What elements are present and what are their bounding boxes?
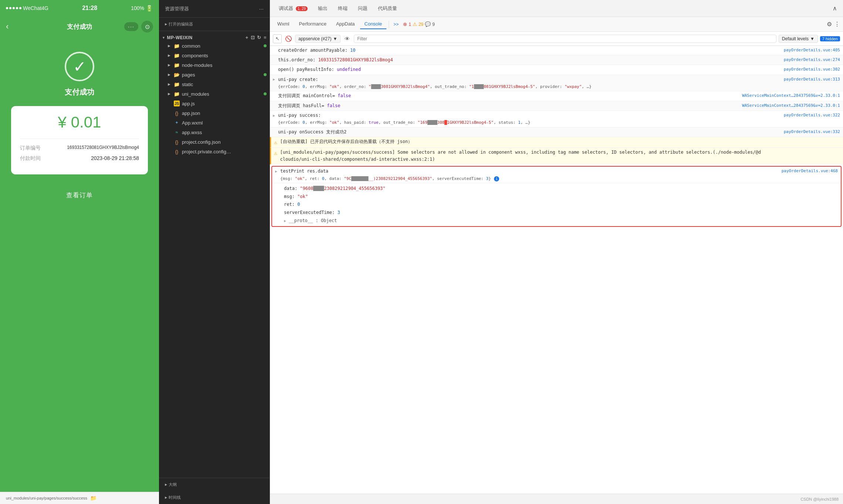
console-row-source[interactable]: payOrderDetails.vue:313	[766, 76, 840, 83]
nav-dots-button[interactable]: ···	[124, 22, 138, 31]
outline-label: 大纲	[169, 482, 177, 487]
section-triangle: ▼	[162, 36, 165, 40]
settings-icon[interactable]: ⚙	[827, 21, 832, 28]
pointer-button[interactable]: ↖	[273, 34, 282, 43]
pay-time-value: 2023-08-29 21:28:58	[50, 155, 139, 162]
log-count: 9	[432, 22, 435, 27]
console-row-warn: ⚠ [uni_modules/uni-pay/pages/success/suc…	[270, 148, 843, 164]
file-tree: ▼ MP-WEIXIN + ⊡ ↻ ≡ ▶ 📁 common ▶	[159, 31, 270, 478]
highlight-block: ▶ testPrint res.data {msg: "ok", ret: 0,…	[271, 166, 842, 227]
context-selector[interactable]: appservice (#27) ▼	[295, 35, 341, 43]
level-dropdown-icon: ▼	[810, 36, 815, 41]
outline-triangle: ▶	[165, 483, 167, 486]
tab-output-label: 输出	[318, 6, 328, 11]
tree-item-uni-modules[interactable]: ▶ 📁 uni_modules	[159, 89, 270, 99]
subtab-wxml-label: Wxml	[277, 21, 290, 27]
error-count: 1	[409, 22, 411, 27]
console-row-source[interactable]: WAServiceMainContext…28437569&v=2.33.0:1	[742, 92, 840, 99]
filter-input[interactable]	[354, 35, 776, 43]
mp-weixin-header[interactable]: ▼ MP-WEIXIN + ⊡ ↻ ≡	[159, 34, 270, 41]
tree-item-app-wxml[interactable]: ✦ App.wxml	[159, 118, 270, 127]
carrier-text: WeChat4G	[23, 5, 48, 11]
console-row-source[interactable]: payOrderDetails.vue:274	[766, 57, 840, 63]
item-label: node-modules	[182, 62, 267, 68]
expand-icon[interactable]: ▶	[273, 113, 275, 119]
error-warn-counts: ⊗ 1 ⚠ 29 💬 9	[403, 21, 435, 27]
block-icon: 🚫	[285, 35, 292, 42]
collapse-icon[interactable]: ≡	[264, 35, 267, 40]
success-icon-area: ✓ 支付成功	[65, 52, 94, 97]
block-button[interactable]: 🚫	[284, 34, 293, 43]
console-row-content: testPrint res.data {msg: "ok", ret: 0, d…	[280, 168, 761, 182]
tab-code-quality[interactable]: 代码质量	[373, 3, 402, 14]
nav-camera-button[interactable]: ⊙	[141, 21, 153, 33]
refresh-icon[interactable]: ↻	[257, 35, 261, 40]
tree-item-static[interactable]: ▶ 📁 static	[159, 79, 270, 89]
subtab-console[interactable]: Console	[360, 19, 387, 29]
console-row-source[interactable]: payOrderDetails.vue:468	[764, 168, 838, 174]
console-row-source[interactable]: WAServiceMainContext…28437569&v=2.33.0:1	[742, 102, 840, 109]
tree-item-project-config[interactable]: {} project.config.json	[159, 137, 270, 147]
wechat-statusbar: WeChat4G 21:28 100% 🔋	[0, 0, 159, 16]
tree-item-app-json[interactable]: {} app.json	[159, 108, 270, 118]
signal-dot	[13, 7, 15, 9]
console-row-source[interactable]: payOrderDetails.vue:322	[766, 112, 840, 119]
tab-debugger-label: 调试器	[279, 6, 293, 11]
more-options-icon[interactable]: ⋮	[834, 21, 840, 28]
tree-item-pages[interactable]: ▶ 📂 pages	[159, 70, 270, 79]
timeline-triangle: ▶	[165, 496, 167, 499]
tab-output[interactable]: 输出	[314, 3, 332, 14]
tab-debugger[interactable]: 调试器 1, 29	[274, 3, 312, 14]
log-text: createOrder amountPayable: 10	[278, 48, 356, 53]
console-output[interactable]: ▶ createOrder amountPayable: 10 payOrder…	[270, 46, 843, 494]
subtab-appdata-label: AppData	[336, 21, 355, 27]
tree-item-components[interactable]: ▶ 📁 components	[159, 51, 270, 60]
item-label: pages	[182, 72, 261, 78]
pay-time-label: 付款时间	[20, 155, 50, 162]
tree-item-project-private[interactable]: {} project.private.config…	[159, 147, 270, 156]
view-order-button[interactable]: 查看订单	[11, 185, 148, 205]
timeline-title[interactable]: ▶ 时间线	[159, 493, 270, 502]
item-dot	[264, 92, 267, 95]
console-row-source[interactable]: payOrderDetails.vue:302	[766, 66, 840, 73]
subtab-wxml[interactable]: Wxml	[273, 19, 294, 29]
detail-row-proto: ▶ __proto__ : Object	[284, 217, 829, 225]
tab-terminal[interactable]: 终端	[334, 3, 352, 14]
subtab-performance[interactable]: Performance	[295, 19, 331, 29]
level-selector[interactable]: Default levels ▼	[779, 35, 818, 43]
outline-title[interactable]: ▶ 大纲	[159, 480, 270, 489]
context-dropdown-icon: ▼	[333, 36, 337, 41]
eye-button[interactable]: 👁	[343, 34, 352, 43]
carrier-label: WeChat4G	[6, 5, 48, 11]
explorer-more-icon[interactable]: ···	[259, 6, 264, 12]
console-row-source[interactable]: payOrderDetails.vue:332	[766, 129, 840, 135]
js-file-icon: JS	[174, 101, 180, 106]
pointer-icon: ↖	[275, 36, 280, 41]
log-text: uni-pay success:	[278, 113, 321, 118]
tree-item-app-wxss[interactable]: ≈ app.wxss	[159, 127, 270, 137]
expand-icon[interactable]: ▶	[275, 168, 277, 174]
collapse-panel-button[interactable]: ∧	[831, 3, 839, 13]
console-row: ▶ 支付回调页 hasFull= false WAServiceMainCont…	[270, 101, 843, 111]
nav-title: 支付成功	[67, 23, 92, 31]
tree-item-node-modules[interactable]: ▶ 📁 node-modules	[159, 60, 270, 70]
expand-icon[interactable]: ▶	[273, 76, 275, 82]
add-file-icon[interactable]: +	[246, 35, 248, 40]
back-button[interactable]: ‹	[6, 22, 9, 31]
bottom-path-text: uni_modules/uni-pay/pages/success/succes…	[6, 496, 87, 500]
tree-item-common[interactable]: ▶ 📁 common	[159, 41, 270, 51]
bottom-path-icon: 📁	[90, 495, 97, 501]
warn-icon: ⚠	[274, 149, 277, 157]
tab-terminal-label: 终端	[338, 6, 348, 11]
proto-triangle[interactable]: ▶	[284, 219, 286, 223]
item-triangle: ▶	[168, 63, 172, 67]
open-editors-title[interactable]: ▶ 打开的编辑器	[159, 20, 270, 28]
tree-item-app-js[interactable]: JS app.js	[159, 99, 270, 108]
console-row-source[interactable]: payOrderDetails.vue:405	[766, 47, 840, 54]
add-folder-icon[interactable]: ⊡	[251, 35, 255, 40]
tab-problems[interactable]: 问题	[353, 3, 372, 14]
folder-icon: 📁	[174, 91, 180, 97]
subtab-appdata[interactable]: AppData	[332, 19, 359, 29]
subtab-more[interactable]: >>	[391, 22, 401, 27]
item-label: common	[182, 43, 261, 49]
